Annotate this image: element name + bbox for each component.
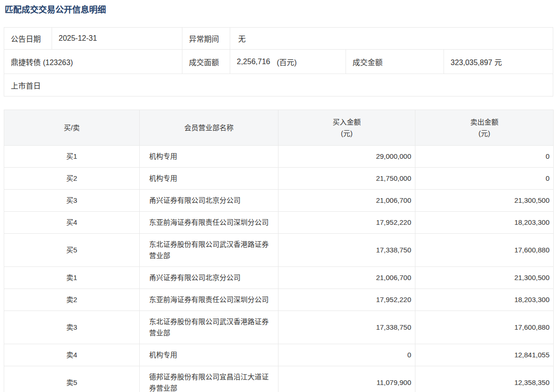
row-sell-amount: 17,600,880 xyxy=(415,234,554,267)
page-title: 匹配成交交易公开信息明细 xyxy=(5,5,553,15)
trade-table: 买/卖 会员营业部名称 买入金额 (元) 卖出金额 (元) 买1 机构专用 29… xyxy=(4,110,554,392)
summary-info-box: 公告日期 2025-12-31 异常期间 无 鼎捷转债 (123263) 成交面… xyxy=(4,27,553,96)
row-side: 买3 xyxy=(4,190,140,212)
row-sell-amount: 0 xyxy=(415,168,554,190)
row-buy-amount: 21,006,700 xyxy=(278,190,415,212)
row-buy-amount: 11,079,900 xyxy=(278,366,415,392)
table-row: 卖5 德邦证券股份有限公司宜昌沿江大道证券营业部 11,079,900 12,3… xyxy=(4,366,554,392)
row-buy-amount: 17,338,750 xyxy=(278,311,415,344)
listing-note: 上市首日 xyxy=(4,74,553,96)
row-side: 买5 xyxy=(4,234,140,267)
table-row: 买1 机构专用 29,000,000 0 xyxy=(4,146,554,168)
row-side: 卖2 xyxy=(4,289,140,311)
face-amount-label: 成交面额 xyxy=(182,50,230,74)
row-branch-name: 德邦证券股份有限公司宜昌沿江大道证券营业部 xyxy=(140,366,278,392)
turnover-label: 成交金额 xyxy=(346,50,444,74)
row-side: 买2 xyxy=(4,168,140,190)
header-buy-amount: 买入金额 (元) xyxy=(278,110,415,146)
table-row: 卖4 机构专用 0 12,841,055 xyxy=(4,344,554,366)
abnormal-period-label: 异常期间 xyxy=(182,28,230,49)
row-branch-name: 东亚前海证券有限责任公司深圳分公司 xyxy=(140,212,278,234)
row-buy-amount: 17,952,220 xyxy=(278,212,415,234)
info-row-security: 鼎捷转债 (123263) 成交面额 2,256,716 (百元) 成交金额 3… xyxy=(4,49,553,74)
table-row: 卖2 东亚前海证券有限责任公司深圳分公司 17,952,220 18,203,3… xyxy=(4,289,554,311)
row-buy-amount: 17,952,220 xyxy=(278,289,415,311)
face-amount-unit: (百元) xyxy=(277,56,297,67)
table-row: 买5 东北证券股份有限公司武汉香港路证券营业部 17,338,750 17,60… xyxy=(4,234,554,267)
row-sell-amount: 18,203,300 xyxy=(415,289,554,311)
table-row: 买3 甬兴证券有限公司北京分公司 21,006,700 21,300,500 xyxy=(4,190,554,212)
page: 匹配成交交易公开信息明细 公告日期 2025-12-31 异常期间 无 鼎捷转债… xyxy=(0,0,557,392)
row-side: 卖1 xyxy=(4,267,140,289)
row-sell-amount: 21,300,500 xyxy=(415,190,554,212)
trade-table-header-row: 买/卖 会员营业部名称 买入金额 (元) 卖出金额 (元) xyxy=(4,110,554,146)
row-buy-amount: 0 xyxy=(278,344,415,366)
row-branch-name: 东亚前海证券有限责任公司深圳分公司 xyxy=(140,289,278,311)
row-branch-name: 机构专用 xyxy=(140,146,278,168)
row-sell-amount: 0 xyxy=(415,146,554,168)
turnover-value: 323,035,897 元 xyxy=(444,50,553,74)
row-buy-amount: 29,000,000 xyxy=(278,146,415,168)
row-buy-amount: 17,338,750 xyxy=(278,234,415,267)
row-sell-amount: 18,203,300 xyxy=(415,212,554,234)
abnormal-period-value: 无 xyxy=(230,28,553,49)
header-sell-unit: (元) xyxy=(415,128,553,139)
header-sell-label: 卖出金额 xyxy=(415,117,553,128)
row-side: 买1 xyxy=(4,146,140,168)
row-branch-name: 机构专用 xyxy=(140,168,278,190)
row-side: 卖3 xyxy=(4,311,140,344)
announce-date-value: 2025-12-31 xyxy=(52,28,182,49)
row-side: 卖5 xyxy=(4,366,140,392)
table-row: 卖1 甬兴证券有限公司北京分公司 21,006,700 21,300,500 xyxy=(4,267,554,289)
header-sell-amount: 卖出金额 (元) xyxy=(415,110,554,146)
row-sell-amount: 12,841,055 xyxy=(415,344,554,366)
table-row: 买2 机构专用 21,750,000 0 xyxy=(4,168,554,190)
announce-date-label: 公告日期 xyxy=(4,28,52,49)
row-sell-amount: 21,300,500 xyxy=(415,267,554,289)
face-amount-value: 2,256,716 (百元) xyxy=(230,50,346,74)
trade-table-body: 买1 机构专用 29,000,000 0 买2 机构专用 21,750,000 … xyxy=(4,146,554,392)
row-buy-amount: 21,006,700 xyxy=(278,267,415,289)
row-sell-amount: 17,600,880 xyxy=(415,311,554,344)
row-branch-name: 东北证券股份有限公司武汉香港路证券营业部 xyxy=(140,234,278,267)
trade-table-header: 买/卖 会员营业部名称 买入金额 (元) 卖出金额 (元) xyxy=(4,110,554,146)
header-side: 买/卖 xyxy=(4,110,140,146)
face-amount-number: 2,256,716 xyxy=(237,58,270,66)
row-side: 卖4 xyxy=(4,344,140,366)
header-branch: 会员营业部名称 xyxy=(140,110,278,146)
row-sell-amount: 12,358,350 xyxy=(415,366,554,392)
header-buy-unit: (元) xyxy=(278,128,415,139)
table-row: 买4 东亚前海证券有限责任公司深圳分公司 17,952,220 18,203,3… xyxy=(4,212,554,234)
table-row: 卖3 东北证券股份有限公司武汉香港路证券营业部 17,338,750 17,60… xyxy=(4,311,554,344)
row-side: 买4 xyxy=(4,212,140,234)
info-row-listing-note: 上市首日 xyxy=(4,74,553,96)
row-branch-name: 甬兴证券有限公司北京分公司 xyxy=(140,267,278,289)
row-branch-name: 甬兴证券有限公司北京分公司 xyxy=(140,190,278,212)
security-name: 鼎捷转债 (123263) xyxy=(4,50,182,74)
info-row-announcement: 公告日期 2025-12-31 异常期间 无 xyxy=(4,28,553,49)
row-branch-name: 机构专用 xyxy=(140,344,278,366)
header-buy-label: 买入金额 xyxy=(278,117,415,128)
row-buy-amount: 21,750,000 xyxy=(278,168,415,190)
row-branch-name: 东北证券股份有限公司武汉香港路证券营业部 xyxy=(140,311,278,344)
